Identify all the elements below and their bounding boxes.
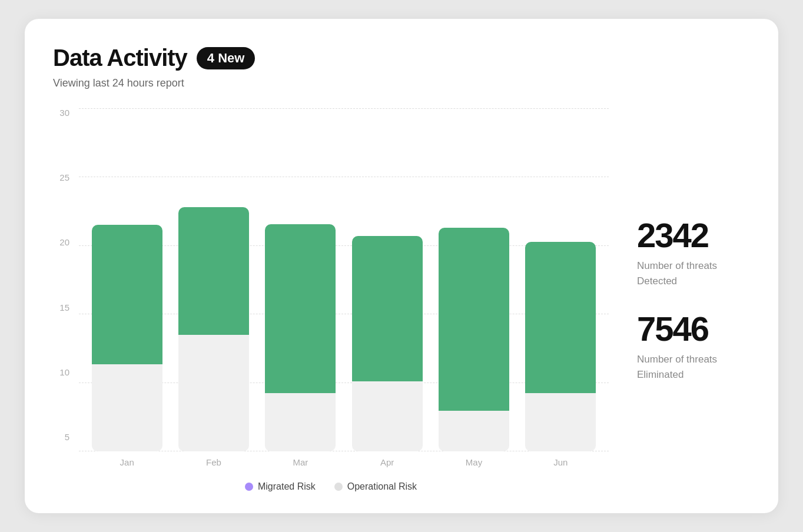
migrated-risk-dot: [245, 483, 253, 491]
threats-eliminated-block: 7546 Number of threats Eliminated: [637, 312, 750, 382]
x-axis-label: Mar: [265, 457, 336, 467]
x-labels: JanFebMarAprMayJun: [79, 451, 609, 467]
y-axis: 30252015105: [53, 108, 79, 467]
x-axis-label: May: [439, 457, 509, 467]
bar-stack: [265, 108, 336, 451]
bars-grid: [79, 108, 609, 451]
x-axis-label: Feb: [178, 457, 249, 467]
y-axis-label: 30: [59, 108, 69, 117]
bar-group: [265, 108, 336, 451]
chart-wrapper: 30252015105: [53, 108, 609, 467]
operational-risk-dot: [334, 483, 343, 491]
page-title: Data Activity: [53, 45, 187, 71]
x-axis-label: Apr: [352, 457, 423, 467]
bar-group: [525, 108, 596, 451]
bar-stack: [352, 108, 423, 451]
new-badge: 4 New: [197, 47, 256, 69]
bar-green: [92, 225, 162, 364]
x-axis-label: Jun: [525, 457, 596, 467]
threats-detected-label: Number of threats Detected: [637, 258, 750, 288]
bar-group: [178, 108, 249, 451]
bar-gray: [352, 381, 423, 451]
legend: Migrated Risk Operational Risk: [53, 481, 609, 492]
y-axis-label: 20: [59, 238, 69, 247]
main-content: 30252015105: [53, 108, 750, 492]
bar-gray: [265, 393, 336, 451]
y-axis-label: 10: [59, 368, 69, 377]
bar-green: [525, 242, 596, 393]
bar-green: [265, 224, 336, 393]
card: Data Activity 4 New Viewing last 24 hour…: [25, 19, 778, 513]
threats-eliminated-label: Number of threats Eliminated: [637, 352, 750, 382]
bars-container: JanFebMarAprMayJun: [79, 108, 609, 467]
bar-green: [352, 236, 423, 381]
threats-detected-block: 2342 Number of threats Detected: [637, 218, 750, 288]
bar-group: [352, 108, 423, 451]
bar-gray: [92, 364, 162, 451]
bar-group: [92, 108, 162, 451]
bar-gray: [439, 411, 509, 451]
legend-operational-risk: Operational Risk: [334, 481, 417, 492]
threats-eliminated-value: 7546: [637, 312, 750, 346]
chart-area: 30252015105: [53, 108, 609, 492]
migrated-risk-label: Migrated Risk: [258, 481, 316, 492]
bar-green: [439, 228, 509, 411]
y-axis-label: 15: [59, 303, 69, 312]
subtitle: Viewing last 24 hours report: [53, 77, 750, 89]
legend-migrated-risk: Migrated Risk: [245, 481, 316, 492]
stats-panel: 2342 Number of threats Detected 7546 Num…: [609, 108, 750, 492]
bar-group: [439, 108, 509, 451]
bars-row: [79, 108, 609, 451]
operational-risk-label: Operational Risk: [347, 481, 417, 492]
x-axis-label: Jan: [92, 457, 162, 467]
bar-stack: [178, 108, 249, 451]
header: Data Activity 4 New: [53, 45, 750, 71]
bar-stack: [525, 108, 596, 451]
bar-stack: [92, 108, 162, 451]
bar-stack: [439, 108, 509, 451]
bar-green: [178, 207, 249, 335]
threats-detected-value: 2342: [637, 218, 750, 252]
bar-gray: [525, 393, 596, 451]
bar-gray: [178, 335, 249, 451]
y-axis-label: 25: [59, 173, 69, 182]
y-axis-label: 5: [65, 433, 69, 441]
